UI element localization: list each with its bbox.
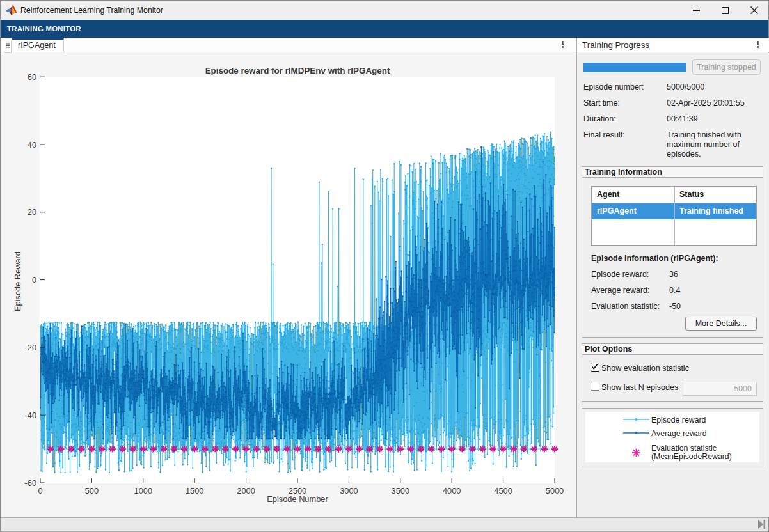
svg-text:0: 0	[32, 275, 36, 285]
svg-text:Evaluation statistic: Evaluation statistic	[651, 444, 717, 453]
svg-text:(MeanEpisodeReward): (MeanEpisodeReward)	[651, 452, 732, 461]
svg-text:Average reward: Average reward	[651, 429, 707, 438]
svg-text:60: 60	[28, 72, 36, 82]
svg-text:1500: 1500	[186, 486, 203, 496]
svg-text:Episode reward: Episode reward	[651, 416, 706, 425]
svg-text:Episode reward for rIMDPEnv wi: Episode reward for rIMDPEnv with rIPGAge…	[205, 66, 390, 75]
svg-text:0: 0	[38, 486, 42, 496]
svg-text:40: 40	[28, 140, 36, 150]
svg-text:3500: 3500	[392, 486, 409, 496]
svg-text:20: 20	[28, 207, 36, 217]
svg-text:500: 500	[85, 486, 99, 496]
svg-text:1000: 1000	[134, 486, 152, 496]
svg-text:-20: -20	[25, 343, 37, 352]
svg-text:4500: 4500	[494, 486, 512, 496]
svg-text:-60: -60	[25, 478, 37, 488]
svg-text:3000: 3000	[340, 486, 358, 496]
svg-text:5000: 5000	[546, 486, 564, 496]
svg-text:Episode Reward: Episode Reward	[13, 251, 22, 311]
svg-text:-40: -40	[25, 411, 37, 420]
svg-text:4000: 4000	[443, 486, 461, 496]
svg-text:Episode Number: Episode Number	[267, 494, 328, 504]
svg-text:2000: 2000	[237, 486, 255, 496]
